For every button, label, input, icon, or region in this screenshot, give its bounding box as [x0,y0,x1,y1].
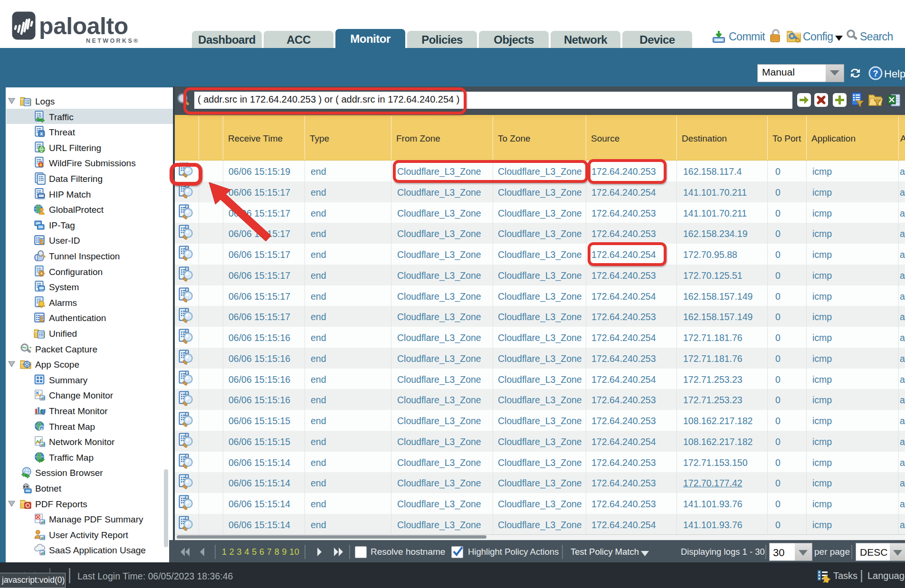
svg-text:x: x [40,426,43,431]
svg-text:x: x [40,131,43,136]
svg-text:?: ? [873,69,878,78]
